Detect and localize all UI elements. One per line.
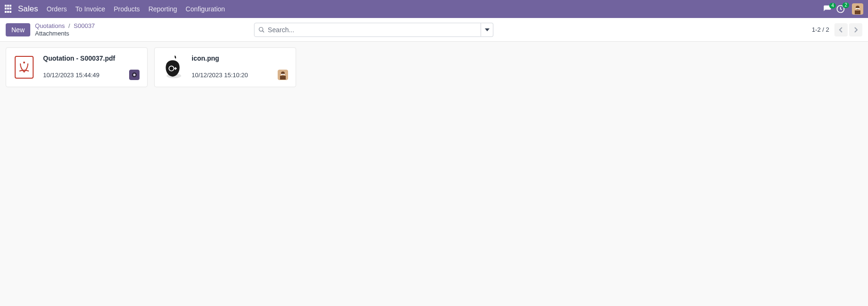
menu-orders[interactable]: Orders [47,5,67,13]
messaging-icon[interactable]: 4 [823,5,832,13]
svg-rect-16 [280,76,286,80]
pager: 1-2 / 2 [812,23,862,36]
pager-next[interactable] [849,23,862,36]
chevron-left-icon [839,27,843,33]
attachment-date: 10/12/2023 15:44:49 [43,72,99,79]
activities-badge: 2 [842,2,849,8]
app-title[interactable]: Sales [18,4,38,14]
attachment-title: icon.png [192,54,288,62]
svg-rect-7 [15,56,33,78]
svg-rect-4 [856,8,859,9]
attachment-grid: Quotation - S00037.pdf 10/12/2023 15:44:… [0,42,868,93]
chevron-down-icon [485,27,490,32]
apple-icon [162,55,183,79]
pdf-icon [15,56,34,79]
menu-configuration[interactable]: Configuration [185,5,225,13]
svg-rect-3 [855,10,860,14]
breadcrumb: Quotations / S00037 Attachments [35,22,95,37]
attachment-card[interactable]: Quotation - S00037.pdf 10/12/2023 15:44:… [6,47,148,87]
new-button[interactable]: New [6,23,30,36]
svg-point-11 [133,74,136,76]
search-icon [258,27,265,33]
svg-rect-17 [281,74,285,75]
pager-text[interactable]: 1-2 / 2 [812,26,829,33]
chevron-right-icon [854,27,858,33]
top-nav: Sales Orders To Invoice Products Reporti… [0,0,868,18]
messages-badge: 4 [829,3,836,9]
pdf-thumb [14,54,35,80]
breadcrumb-sub: Attachments [35,30,95,37]
menu-reporting[interactable]: Reporting [149,5,177,13]
svg-point-8 [23,62,25,63]
uploader-avatar [129,70,140,80]
menu-to-invoice[interactable]: To Invoice [75,5,105,13]
search-input[interactable] [268,26,477,34]
menu-products[interactable]: Products [114,5,140,13]
apps-icon[interactable] [5,5,13,13]
activities-icon[interactable]: 2 [836,4,845,14]
search-options-toggle[interactable] [481,23,493,37]
breadcrumb-root[interactable]: Quotations [35,22,65,29]
breadcrumb-id[interactable]: S00037 [74,22,95,29]
control-bar: New Quotations / S00037 Attachments 1-2 … [0,18,868,42]
svg-point-5 [259,27,263,31]
breadcrumb-sep: / [69,22,70,29]
attachment-date: 10/12/2023 15:10:20 [192,72,248,79]
attachment-card[interactable]: icon.png 10/12/2023 15:10:20 [154,47,296,87]
image-thumb [162,54,183,80]
pager-prev[interactable] [834,23,848,36]
uploader-avatar [278,70,288,80]
user-avatar[interactable] [852,3,863,15]
svg-line-6 [263,30,264,32]
attachment-title: Quotation - S00037.pdf [43,54,140,62]
search-box[interactable] [254,23,481,37]
search-container [254,23,493,37]
